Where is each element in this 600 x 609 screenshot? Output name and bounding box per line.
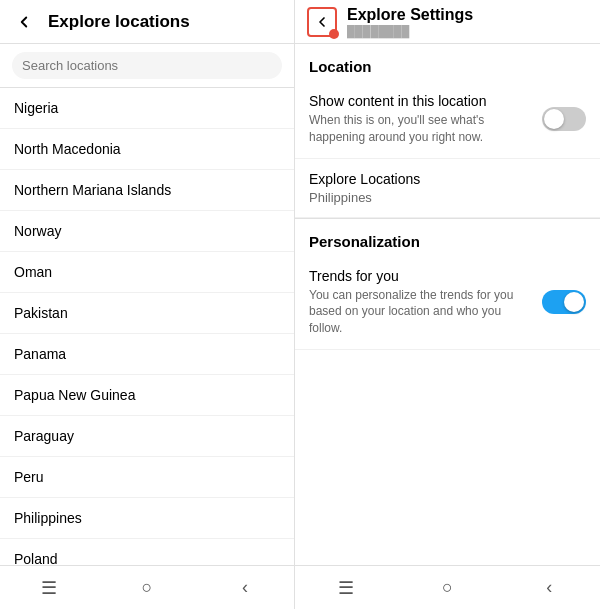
show-content-desc: When this is on, you'll see what's happe… (309, 112, 532, 146)
search-container (0, 44, 294, 88)
list-item[interactable]: Northern Mariana Islands (0, 170, 294, 211)
left-header: Explore locations (0, 0, 294, 44)
right-page-subtitle: ████████ (347, 25, 473, 37)
list-item[interactable]: Pakistan (0, 293, 294, 334)
right-back-nav-icon[interactable]: ‹ (534, 573, 564, 603)
right-back-button[interactable] (307, 7, 337, 37)
list-item[interactable]: Papua New Guinea (0, 375, 294, 416)
list-item[interactable]: Paraguay (0, 416, 294, 457)
menu-icon[interactable]: ☰ (34, 573, 64, 603)
list-item[interactable]: North Macedonia (0, 129, 294, 170)
show-content-title: Show content in this location (309, 93, 532, 109)
left-page-title: Explore locations (48, 12, 190, 32)
list-item[interactable]: Nigeria (0, 88, 294, 129)
search-input[interactable] (12, 52, 282, 79)
explore-locations-title: Explore Locations (309, 171, 576, 187)
trends-desc: You can personalize the trends for you b… (309, 287, 532, 337)
trends-toggle[interactable] (542, 290, 586, 314)
right-menu-icon[interactable]: ☰ (331, 573, 361, 603)
personalization-section-header: Personalization (295, 219, 600, 256)
show-content-toggle[interactable] (542, 107, 586, 131)
home-icon[interactable]: ○ (132, 573, 162, 603)
location-section-header: Location (295, 44, 600, 81)
trends-title: Trends for you (309, 268, 532, 284)
trends-setting: Trends for you You can personalize the t… (295, 256, 600, 350)
explore-locations-text: Explore Locations Philippines (309, 171, 586, 205)
left-nav-bar: ☰ ○ ‹ (0, 565, 294, 609)
list-item[interactable]: Poland (0, 539, 294, 565)
list-item[interactable]: Peru (0, 457, 294, 498)
list-item[interactable]: Panama (0, 334, 294, 375)
list-item[interactable]: Philippines (0, 498, 294, 539)
back-nav-icon[interactable]: ‹ (230, 573, 260, 603)
toggle-knob (544, 109, 564, 129)
right-header: Explore Settings ████████ (295, 0, 600, 44)
toggle-knob (564, 292, 584, 312)
trends-text: Trends for you You can personalize the t… (309, 268, 542, 337)
right-home-icon[interactable]: ○ (432, 573, 462, 603)
right-panel: Explore Settings ████████ Location Show … (295, 0, 600, 609)
explore-locations-setting[interactable]: Explore Locations Philippines (295, 159, 600, 218)
left-back-icon[interactable] (12, 10, 36, 34)
explore-locations-value: Philippines (309, 190, 576, 205)
locations-list: Nigeria North Macedonia Northern Mariana… (0, 88, 294, 565)
list-item[interactable]: Oman (0, 252, 294, 293)
list-item[interactable]: Norway (0, 211, 294, 252)
right-content: Location Show content in this location W… (295, 44, 600, 565)
show-content-setting: Show content in this location When this … (295, 81, 600, 159)
right-page-title: Explore Settings (347, 6, 473, 24)
right-nav-bar: ☰ ○ ‹ (295, 565, 600, 609)
left-panel: Explore locations Nigeria North Macedoni… (0, 0, 295, 609)
show-content-text: Show content in this location When this … (309, 93, 542, 146)
